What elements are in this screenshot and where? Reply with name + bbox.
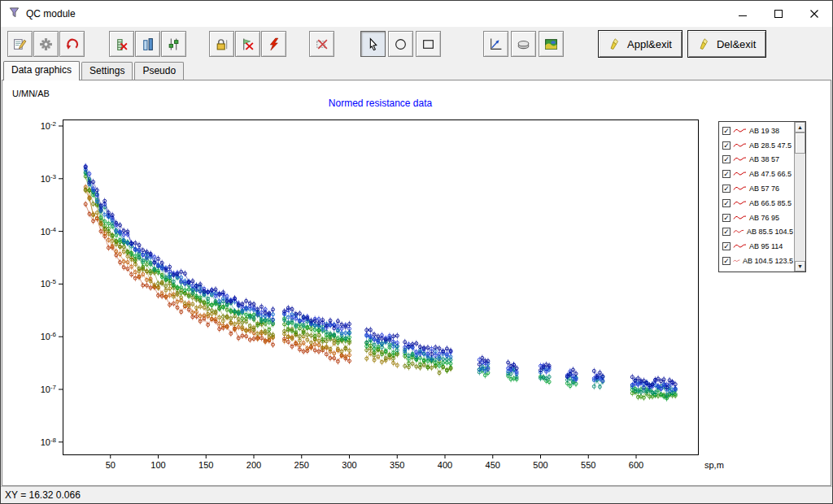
svg-text:300: 300 xyxy=(342,460,356,470)
delete-sounding-button[interactable] xyxy=(109,31,134,57)
pointer-tool-button[interactable] xyxy=(360,31,386,57)
legend-curve-icon xyxy=(733,228,744,235)
delete-exit-label: Del&exit xyxy=(717,38,756,50)
legend-item[interactable]: ✓AB 85.5 104.5 xyxy=(720,225,793,240)
rectangle-delete-icon xyxy=(315,37,329,51)
legend-checkbox[interactable]: ✓ xyxy=(722,228,731,236)
tab-settings[interactable]: Settings xyxy=(81,62,133,80)
lock-icon xyxy=(215,37,229,51)
minimize-button[interactable] xyxy=(725,1,761,27)
svg-text:450: 450 xyxy=(486,460,500,470)
svg-text:500: 500 xyxy=(533,460,547,470)
window-controls xyxy=(725,1,832,27)
legend-item[interactable]: ✓AB 38 57 xyxy=(720,153,793,167)
legend-item[interactable]: ✓AB 47.5 66.5 xyxy=(720,167,793,181)
legend-label: AB 57 76 xyxy=(749,185,779,193)
legend-checkbox[interactable]: ✓ xyxy=(722,155,731,163)
delete-exit-icon xyxy=(698,37,711,50)
legend-item[interactable]: ✓AB 76 95 xyxy=(720,211,793,225)
scrollbar-thumb[interactable] xyxy=(795,133,805,154)
legend-curve-icon xyxy=(733,171,747,177)
toolbar: Appl&exit Del&exit xyxy=(1,27,832,61)
svg-text:10-6: 10-6 xyxy=(41,331,57,341)
legend-item[interactable]: ✓AB 66.5 85.5 xyxy=(720,196,793,211)
apply-exit-button[interactable]: Appl&exit xyxy=(598,30,683,58)
sounding-levels-icon xyxy=(167,37,181,51)
reject-flag-button[interactable] xyxy=(235,31,260,57)
delete-exit-button[interactable]: Del&exit xyxy=(687,30,766,58)
legend-label: AB 47.5 66.5 xyxy=(749,170,792,178)
settings-gear-button[interactable] xyxy=(33,31,59,57)
soundings-list-button[interactable] xyxy=(135,31,160,57)
legend-item[interactable]: ✓AB 28.5 47.5 xyxy=(720,138,793,153)
edit-parameters-icon xyxy=(13,37,27,51)
legend-item[interactable]: ✓AB 104.5 123.5 xyxy=(720,254,793,268)
legend-items: ✓AB 19 38✓AB 28.5 47.5✓AB 38 57✓AB 47.5 … xyxy=(720,124,793,271)
legend-checkbox[interactable]: ✓ xyxy=(722,141,731,150)
maximize-button[interactable] xyxy=(761,1,796,27)
legend-label: AB 95 114 xyxy=(749,242,783,250)
svg-text:10-7: 10-7 xyxy=(41,384,57,394)
pseudosection-map-button[interactable] xyxy=(539,31,564,57)
legend-checkbox[interactable]: ✓ xyxy=(722,170,731,178)
close-button[interactable] xyxy=(796,1,832,27)
tab-pseudo[interactable]: Pseudo xyxy=(134,62,184,80)
maximize-icon xyxy=(774,9,783,19)
scroll-down-button[interactable]: ▼ xyxy=(795,261,805,272)
coordinates-readout: XY = 16.32 0.066 xyxy=(5,489,81,501)
legend-checkbox[interactable]: ✓ xyxy=(722,199,731,207)
svg-text:250: 250 xyxy=(294,460,309,470)
gear-icon xyxy=(39,37,53,51)
delete-selection-button[interactable] xyxy=(309,31,334,57)
legend-scrollbar[interactable]: ▲ ▼ xyxy=(794,122,805,272)
svg-text:10-8: 10-8 xyxy=(41,437,57,447)
rectangle-selection-tool-button[interactable] xyxy=(416,31,441,57)
svg-text:200: 200 xyxy=(246,460,261,470)
app-icon xyxy=(8,7,20,21)
sounding-levels-button[interactable] xyxy=(161,31,186,57)
legend-label: AB 85.5 104.5 xyxy=(747,228,793,236)
lightning-icon xyxy=(267,37,281,51)
ellipse-layers-icon xyxy=(517,37,530,51)
erase-readings-button[interactable] xyxy=(261,31,286,57)
soundings-list-icon xyxy=(141,37,155,51)
tab-strip: Data graphicsSettingsPseudo xyxy=(1,61,832,80)
svg-text:10-4: 10-4 xyxy=(41,226,57,237)
legend-label: AB 66.5 85.5 xyxy=(749,199,792,207)
tab-data-graphics[interactable]: Data graphics xyxy=(3,61,80,80)
legend-item[interactable]: ✓AB 19 38 xyxy=(720,124,793,138)
svg-text:sp,m: sp,m xyxy=(704,460,724,470)
flag-delete-icon xyxy=(241,37,255,51)
svg-text:600: 600 xyxy=(629,460,643,470)
minimize-icon xyxy=(738,9,748,19)
rectangle-tool-icon xyxy=(421,37,435,51)
legend-checkbox[interactable]: ✓ xyxy=(722,185,731,193)
colored-map-icon xyxy=(544,37,558,51)
legend-curve-icon xyxy=(733,200,747,206)
legend-checkbox[interactable]: ✓ xyxy=(722,127,731,135)
legend-curve-icon xyxy=(733,243,747,250)
lock-button[interactable] xyxy=(209,31,234,57)
legend-checkbox[interactable]: ✓ xyxy=(722,242,731,250)
legend-curve-icon xyxy=(733,142,747,149)
undo-button[interactable] xyxy=(59,31,85,57)
scrollbar-track[interactable] xyxy=(795,133,805,261)
edit-parameters-button[interactable] xyxy=(7,31,33,57)
window-title: QC module xyxy=(26,8,76,20)
legend-panel: ✓AB 19 38✓AB 28.5 47.5✓AB 38 57✓AB 47.5 … xyxy=(718,121,806,272)
legend-item[interactable]: ✓AB 95 114 xyxy=(720,239,793,254)
legend-item[interactable]: ✓AB 57 76 xyxy=(720,181,793,196)
scroll-up-button[interactable]: ▲ xyxy=(795,122,805,133)
legend-checkbox[interactable]: ✓ xyxy=(722,257,731,265)
svg-text:100: 100 xyxy=(150,460,165,470)
legend-label: AB 28.5 47.5 xyxy=(749,141,792,150)
profile-plot-button[interactable] xyxy=(483,31,508,57)
svg-text:550: 550 xyxy=(581,460,595,470)
smoothing-button[interactable] xyxy=(511,31,536,57)
qc-module-window: QC module xyxy=(0,0,833,504)
status-bar: XY = 16.32 0.066 xyxy=(1,486,832,503)
legend-checkbox[interactable]: ✓ xyxy=(722,214,731,222)
svg-text:10-2: 10-2 xyxy=(41,120,57,131)
ellipse-selection-tool-button[interactable] xyxy=(388,31,413,57)
chart-plot[interactable]: 10-210-310-410-510-610-710-8501001502002… xyxy=(2,80,831,486)
